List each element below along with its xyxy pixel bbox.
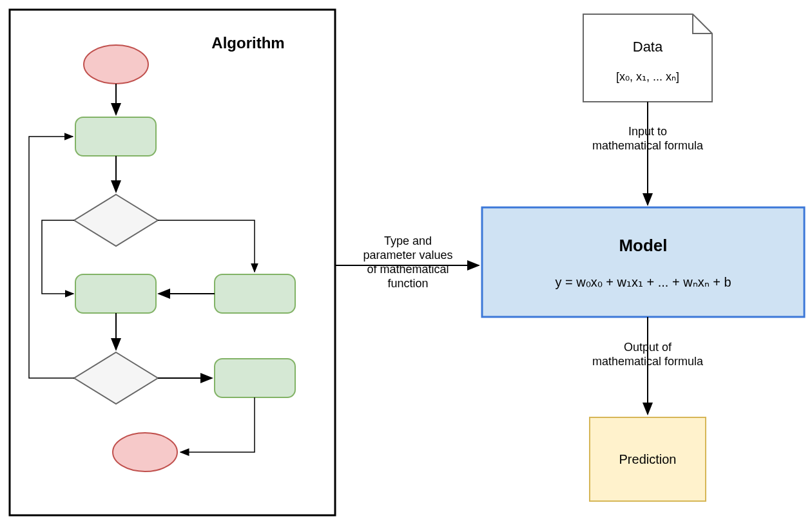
model-formula: y = w₀x₀ + w₁x₁ + ... + wₙxₙ + b xyxy=(555,275,731,289)
flowchart-process-2 xyxy=(75,274,156,313)
flowchart-decision-1 xyxy=(74,195,158,246)
flowchart-end xyxy=(113,433,177,471)
arrow xyxy=(158,220,255,272)
connector1-line1: Type and xyxy=(384,234,432,247)
diagram-canvas: Algorithm Type and parameter values of m… xyxy=(0,0,812,523)
flowchart-process-4 xyxy=(215,359,295,397)
connector2-line2: mathematical formula xyxy=(592,139,704,152)
arrow xyxy=(42,220,74,294)
data-document xyxy=(583,14,712,102)
data-title: Data xyxy=(633,39,663,55)
connector2-line1: Input to xyxy=(628,125,667,138)
model-box xyxy=(482,207,804,317)
connector3-line2: mathematical formula xyxy=(592,355,704,368)
algorithm-box xyxy=(10,10,335,515)
arrow xyxy=(29,137,74,378)
arrow xyxy=(180,397,255,452)
connector1-line3: of mathematical xyxy=(367,263,449,276)
data-content: [x₀, x₁, ... xₙ] xyxy=(616,70,679,83)
algorithm-title: Algorithm xyxy=(211,34,284,52)
connector1-line4: function xyxy=(387,277,428,290)
flowchart-process-1 xyxy=(75,117,156,156)
flowchart-start xyxy=(84,45,148,84)
prediction-label: Prediction xyxy=(619,452,677,466)
connector1-line2: parameter values xyxy=(363,249,452,262)
flowchart-process-3 xyxy=(215,274,295,313)
model-title: Model xyxy=(619,236,667,255)
flowchart-decision-2 xyxy=(74,352,158,404)
connector3-line1: Output of xyxy=(624,341,672,354)
